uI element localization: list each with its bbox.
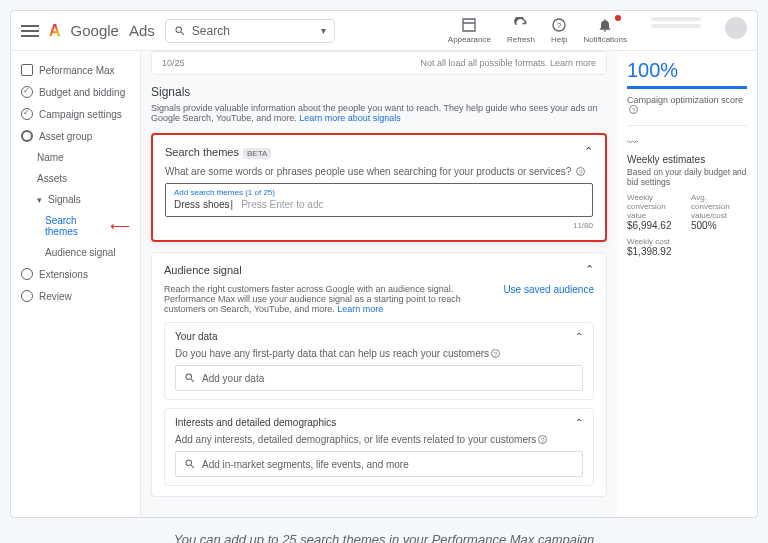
collapse-icon[interactable]: ⌃ xyxy=(584,145,593,158)
refresh-button[interactable]: Refresh xyxy=(507,17,535,44)
body: Peformance Max Budget and bidding Campai… xyxy=(11,51,757,517)
sidebar-item-audience-signal[interactable]: Audience signal xyxy=(11,242,140,263)
sidebar-item-review[interactable]: Review xyxy=(11,285,140,307)
interests-subcard: Interests and detailed demographics⌃ Add… xyxy=(164,408,594,486)
sidebar-item-name[interactable]: Name xyxy=(11,147,140,168)
square-icon xyxy=(21,64,33,76)
previous-card-remnant: 10/25 Not all load all possible formats.… xyxy=(151,51,607,75)
help-icon[interactable]: ? xyxy=(576,167,585,176)
input-label: Add search themes (1 of 25) xyxy=(170,188,588,197)
svg-text:?: ? xyxy=(557,21,562,30)
add-interests-input[interactable]: Add in-market segments, life events, and… xyxy=(175,451,583,477)
search-themes-question: What are some words or phrases people us… xyxy=(165,166,593,177)
sidebar-item-performance-max[interactable]: Peformance Max xyxy=(11,59,140,81)
card-header[interactable]: Audience signal ⌃ xyxy=(164,263,594,276)
help-icon[interactable]: ? xyxy=(491,349,500,358)
sidebar-item-budget[interactable]: Budget and bidding xyxy=(11,81,140,103)
collapse-icon[interactable]: ⌃ xyxy=(585,263,594,276)
trend-icon: 〰 xyxy=(627,136,747,148)
top-bar: A Google Ads Search ▾ Appearance Refresh… xyxy=(11,11,757,51)
sidebar-item-campaign-settings[interactable]: Campaign settings xyxy=(11,103,140,125)
audience-learn-more-link[interactable]: Learn more xyxy=(337,304,383,314)
add-your-data-input[interactable]: Add your data xyxy=(175,365,583,391)
remnant-text: Not all load all possible formats. Learn… xyxy=(420,58,596,68)
help-icon[interactable]: ? xyxy=(629,105,638,114)
cost-block: Weekly cost $1,398.92 xyxy=(627,237,747,257)
check-circle-icon xyxy=(21,86,33,98)
collapse-icon[interactable]: ⌃ xyxy=(575,417,583,428)
appearance-button[interactable]: Appearance xyxy=(448,17,491,44)
search-themes-card: Search themesBETA ⌃ What are some words … xyxy=(151,133,607,242)
sidebar: Peformance Max Budget and bidding Campai… xyxy=(11,51,141,517)
score-label: Campaign optimization score ? xyxy=(627,95,747,115)
card-header[interactable]: Search themesBETA ⌃ xyxy=(165,145,593,158)
avatar[interactable] xyxy=(725,17,747,39)
search-label: Search xyxy=(192,24,315,38)
sidebar-item-extensions[interactable]: Extensions xyxy=(11,263,140,285)
search-icon xyxy=(184,372,196,384)
sidebar-item-signals[interactable]: ▾Signals xyxy=(11,189,140,210)
menu-icon[interactable] xyxy=(21,25,39,37)
search-themes-input-box[interactable]: Add search themes (1 of 25) Dress shoes … xyxy=(165,183,593,217)
figure-caption: You can add up to 25 search themes in yo… xyxy=(10,532,758,543)
collapse-icon[interactable]: ⌃ xyxy=(575,331,583,342)
help-icon[interactable]: ? xyxy=(538,435,547,444)
sidebar-item-search-themes[interactable]: Search themes⟵ xyxy=(11,210,140,242)
audience-description: Reach the right customers faster across … xyxy=(164,284,493,314)
score-bar xyxy=(627,86,747,89)
check-circle-icon xyxy=(21,108,33,120)
help-button[interactable]: ? Help xyxy=(551,17,567,44)
brand-google: Google xyxy=(71,22,119,39)
signals-description: Signals provide valuable information abo… xyxy=(151,103,607,123)
beta-badge: BETA xyxy=(243,148,271,159)
circle-icon xyxy=(21,290,33,302)
placeholder-lines xyxy=(651,17,701,28)
brand-ads: Ads xyxy=(129,22,155,39)
count-text: 10/25 xyxy=(162,58,185,68)
chevron-down-icon: ▾ xyxy=(321,25,326,36)
optimization-score: 100% xyxy=(627,59,747,82)
search-theme-chip: Dress shoes xyxy=(174,199,233,210)
conv-value-block: Weekly conversion value $6,994.62 xyxy=(627,193,683,231)
search-dropdown[interactable]: Search ▾ xyxy=(165,19,335,43)
estimates-subtitle: Based on your daily budget and bid setti… xyxy=(627,167,747,187)
right-column: 100% Campaign optimization score ? 〰 Wee… xyxy=(617,51,757,517)
app-frame: A Google Ads Search ▾ Appearance Refresh… xyxy=(10,10,758,518)
sidebar-item-asset-group[interactable]: Asset group xyxy=(11,125,140,147)
notifications-button[interactable]: Notifications xyxy=(583,17,627,44)
char-counter: 11/80 xyxy=(165,221,593,230)
notification-dot xyxy=(615,15,621,21)
your-data-subcard: Your data⌃ Do you have any first-party d… xyxy=(164,322,594,400)
circle-icon xyxy=(21,268,33,280)
caret-icon: ▾ xyxy=(37,195,42,205)
audience-signal-card: Audience signal ⌃ Reach the right custom… xyxy=(151,252,607,497)
search-icon xyxy=(184,458,196,470)
weekly-estimates-title: Weekly estimates xyxy=(627,154,747,165)
signals-heading: Signals xyxy=(151,85,607,99)
top-icons: Appearance Refresh ? Help Notifications xyxy=(448,17,747,44)
search-icon xyxy=(174,25,186,37)
input-placeholder: Press Enter to adc xyxy=(241,199,323,210)
sidebar-item-assets[interactable]: Assets xyxy=(11,168,140,189)
ring-icon xyxy=(21,130,33,142)
signals-learn-more-link[interactable]: Learn more about signals xyxy=(299,113,401,123)
main-content: 10/25 Not all load all possible formats.… xyxy=(141,51,617,517)
conv-rate-block: Avg. conversion value/cost 500% xyxy=(691,193,747,231)
arrow-indicator-icon: ⟵ xyxy=(110,218,130,234)
google-ads-logo-icon: A xyxy=(49,22,61,40)
use-saved-audience-button[interactable]: Use saved audience xyxy=(503,284,594,295)
